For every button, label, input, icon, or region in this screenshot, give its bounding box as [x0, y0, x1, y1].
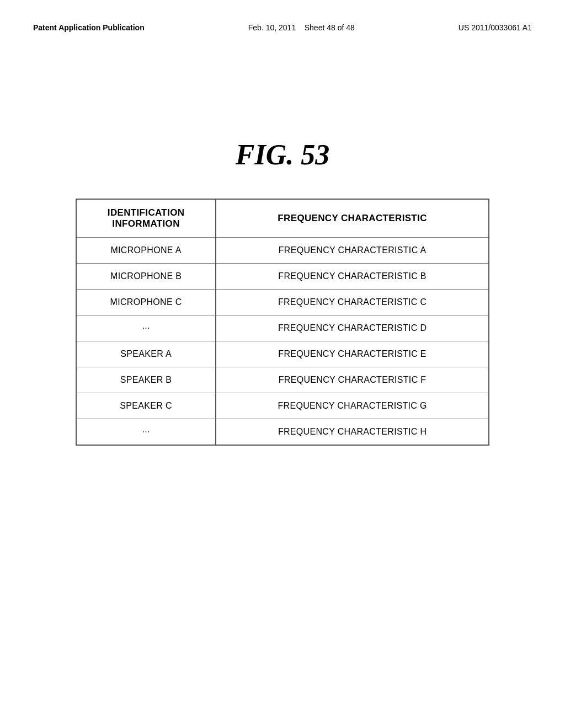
table-row: ···FREQUENCY CHARACTERISTIC H	[76, 419, 489, 446]
table-row: MICROPHONE BFREQUENCY CHARACTERISTIC B	[76, 264, 489, 290]
col-freq-header: FREQUENCY CHARACTERISTIC	[216, 199, 489, 238]
table-row: MICROPHONE AFREQUENCY CHARACTERISTIC A	[76, 238, 489, 264]
table-row: ···FREQUENCY CHARACTERISTIC D	[76, 315, 489, 341]
sheet-label: Sheet 48 of 48	[305, 23, 355, 32]
table-cell-freq: FREQUENCY CHARACTERISTIC G	[216, 393, 489, 419]
table-cell-freq: FREQUENCY CHARACTERISTIC D	[216, 315, 489, 341]
patent-number-label: US 2011/0033061 A1	[459, 22, 532, 34]
table-cell-freq: FREQUENCY CHARACTERISTIC E	[216, 341, 489, 367]
table-cell-id: ···	[76, 315, 216, 341]
date-label: Feb. 10, 2011	[248, 23, 296, 32]
publication-label: Patent Application Publication	[33, 22, 145, 34]
table-container: IDENTIFICATION INFORMATION FREQUENCY CHA…	[76, 199, 489, 446]
table-cell-id: SPEAKER C	[76, 393, 216, 419]
table-cell-freq: FREQUENCY CHARACTERISTIC A	[216, 238, 489, 264]
table-cell-freq: FREQUENCY CHARACTERISTIC H	[216, 419, 489, 446]
frequency-table: IDENTIFICATION INFORMATION FREQUENCY CHA…	[76, 199, 489, 446]
table-row: SPEAKER AFREQUENCY CHARACTERISTIC E	[76, 341, 489, 367]
table-cell-freq: FREQUENCY CHARACTERISTIC B	[216, 264, 489, 290]
page: Patent Application Publication Feb. 10, …	[0, 0, 565, 728]
table-row: SPEAKER BFREQUENCY CHARACTERISTIC F	[76, 367, 489, 393]
table-row: MICROPHONE CFREQUENCY CHARACTERISTIC C	[76, 290, 489, 315]
page-header: Patent Application Publication Feb. 10, …	[33, 22, 532, 39]
table-cell-freq: FREQUENCY CHARACTERISTIC C	[216, 290, 489, 315]
date-sheet-label: Feb. 10, 2011 Sheet 48 of 48	[248, 22, 355, 34]
table-cell-id: MICROPHONE B	[76, 264, 216, 290]
table-cell-id: SPEAKER B	[76, 367, 216, 393]
figure-title: FIG. 53	[33, 138, 532, 171]
table-cell-id: ···	[76, 419, 216, 446]
table-header-row: IDENTIFICATION INFORMATION FREQUENCY CHA…	[76, 199, 489, 238]
col-id-header: IDENTIFICATION INFORMATION	[76, 199, 216, 238]
table-cell-id: MICROPHONE C	[76, 290, 216, 315]
table-cell-id: MICROPHONE A	[76, 238, 216, 264]
table-cell-freq: FREQUENCY CHARACTERISTIC F	[216, 367, 489, 393]
table-cell-id: SPEAKER A	[76, 341, 216, 367]
table-row: SPEAKER CFREQUENCY CHARACTERISTIC G	[76, 393, 489, 419]
